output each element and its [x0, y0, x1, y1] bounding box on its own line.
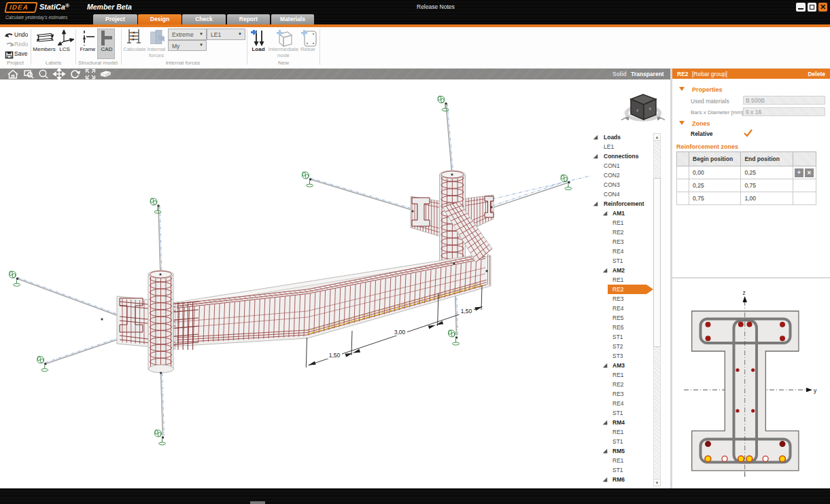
svg-text:z: z [743, 289, 746, 296]
svg-text:3,00: 3,00 [394, 329, 406, 336]
svg-text:1,50: 1,50 [461, 308, 472, 314]
svg-text:y: y [814, 387, 817, 394]
svg-text:1,50: 1,50 [329, 352, 341, 359]
